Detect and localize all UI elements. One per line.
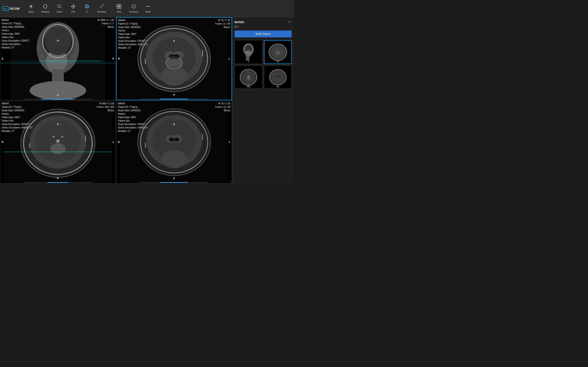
svg-point-41: [30, 81, 86, 100]
stack-label: Stack: [28, 10, 34, 13]
tool-zoom[interactable]: Zoom: [52, 3, 66, 14]
overlays-label: Overlays: [129, 10, 138, 13]
svg-point-33: [148, 6, 149, 7]
stack-icon: [28, 4, 34, 10]
vp1-image: [0, 17, 115, 100]
svg-point-83: [169, 137, 174, 141]
sidebar-subtitle: dPJ: [234, 25, 292, 28]
svg-point-85: [162, 150, 187, 168]
tool-pan[interactable]: Pan: [66, 3, 80, 14]
viewport-sagittal[interactable]: MANIX Patient ID: 7Thjq7g Study Date: 20…: [0, 17, 116, 100]
vp1-crosshair-h: [0, 63, 115, 63]
vp3-scrollbar-thumb: [48, 182, 68, 183]
tool-window[interactable]: Window: [38, 3, 52, 14]
tool-more[interactable]: More: [141, 3, 155, 14]
grid-icon: [116, 4, 121, 10]
more-icon: [146, 4, 151, 10]
svg-point-67: [56, 139, 60, 143]
vp1-scrollbar-thumb: [41, 99, 75, 100]
thumb-2-number: 48: [277, 60, 279, 63]
vp4-scrollbar[interactable]: [139, 182, 208, 183]
app-logo: box DICOM: [2, 6, 19, 11]
viewport-angio[interactable]: MANIX Patient ID: 7Thjq7g Study Date: 20…: [0, 101, 116, 184]
tool-grid[interactable]: Grid: [112, 3, 126, 14]
pan-icon: [71, 4, 76, 10]
thumb-3-canvas: [235, 66, 262, 89]
svg-point-99: [275, 50, 280, 54]
svg-point-32: [146, 6, 147, 7]
svg-point-68: [52, 135, 54, 138]
vp2-scrollbar[interactable]: [140, 99, 208, 99]
vp4-image: [116, 101, 232, 184]
svg-point-21: [86, 5, 88, 8]
thumb-1-canvas: [235, 40, 262, 63]
svg-point-106: [246, 77, 251, 80]
svg-point-34: [149, 6, 150, 7]
svg-line-24: [103, 4, 104, 5]
toolbar: box DICOM Stack: [0, 0, 294, 17]
thumb-3-number: 460: [246, 85, 250, 88]
box-logo-box: box: [2, 6, 9, 11]
thumbnail-4[interactable]: 48: [264, 65, 292, 89]
thumb-1-number: 1: [248, 60, 249, 63]
thumbnail-grid: 1 48: [234, 40, 292, 89]
window-label: Window: [41, 10, 49, 13]
vp3-image: [0, 101, 115, 184]
sidebar: MANIX × dPJ Write Report 1: [232, 17, 294, 184]
svg-point-43: [45, 27, 71, 55]
svg-rect-74: [85, 135, 86, 142]
resize-indicator: //: [230, 181, 231, 183]
viewport-axial-sans[interactable]: MANIX Patient ID: 7Thjq7g Study Date: 20…: [116, 101, 232, 184]
vp4-scrollbar-thumb: [160, 182, 188, 183]
svg-marker-16: [73, 4, 74, 5]
svg-line-8: [44, 5, 44, 6]
viewport-axial-avec[interactable]: MANIX Patient ID: 7Thjq7g Study Date: 20…: [116, 17, 232, 100]
thumbnail-3[interactable]: 460: [234, 65, 262, 89]
svg-point-22: [85, 5, 89, 8]
svg-rect-88: [202, 134, 203, 140]
svg-point-69: [61, 135, 63, 138]
svg-line-11: [44, 7, 44, 8]
thumb-4-number: 48: [277, 85, 279, 88]
svg-rect-60: [202, 50, 203, 56]
grid-label: Grid: [117, 10, 121, 13]
write-report-button[interactable]: Write Report: [234, 31, 292, 37]
overlays-icon: [131, 4, 136, 10]
vp1-scrollbar[interactable]: [23, 99, 92, 100]
svg-rect-89: [145, 143, 146, 148]
thumbnail-2[interactable]: 48: [264, 40, 292, 64]
tool-3d[interactable]: 3D: [80, 3, 94, 14]
svg-point-84: [174, 137, 179, 141]
svg-rect-27: [117, 7, 119, 8]
zoom-label: Zoom: [57, 10, 62, 13]
vp2-image: [117, 18, 232, 100]
window-icon: [43, 4, 48, 10]
sidebar-header: MANIX ×: [234, 19, 292, 25]
more-label: More: [146, 10, 151, 13]
vp3-scrollbar[interactable]: [23, 182, 92, 183]
3d-label: 3D: [86, 10, 89, 13]
toolbar-divider: [111, 4, 111, 13]
svg-line-10: [46, 5, 47, 6]
tool-annotate[interactable]: Annotate: [94, 3, 110, 14]
svg-marker-19: [75, 6, 75, 7]
annotate-icon: [99, 4, 104, 10]
annotate-label: Annotate: [97, 10, 106, 13]
svg-line-9: [46, 7, 47, 8]
svg-marker-17: [73, 8, 74, 8]
svg-rect-94: [246, 56, 249, 60]
sidebar-title: MANIX: [234, 20, 244, 24]
3d-icon: [85, 4, 90, 10]
thumb-4-canvas: [264, 66, 292, 89]
tool-stack[interactable]: Stack: [24, 3, 38, 14]
close-button[interactable]: ×: [287, 19, 292, 25]
svg-point-12: [58, 5, 61, 7]
svg-point-113: [276, 75, 277, 77]
svg-rect-28: [119, 7, 121, 8]
svg-point-114: [278, 75, 280, 77]
svg-rect-25: [117, 4, 119, 6]
svg-rect-61: [145, 59, 146, 64]
svg-marker-18: [71, 6, 72, 7]
tool-overlays[interactable]: Overlays: [126, 3, 141, 14]
thumbnail-1[interactable]: 1: [234, 40, 262, 64]
